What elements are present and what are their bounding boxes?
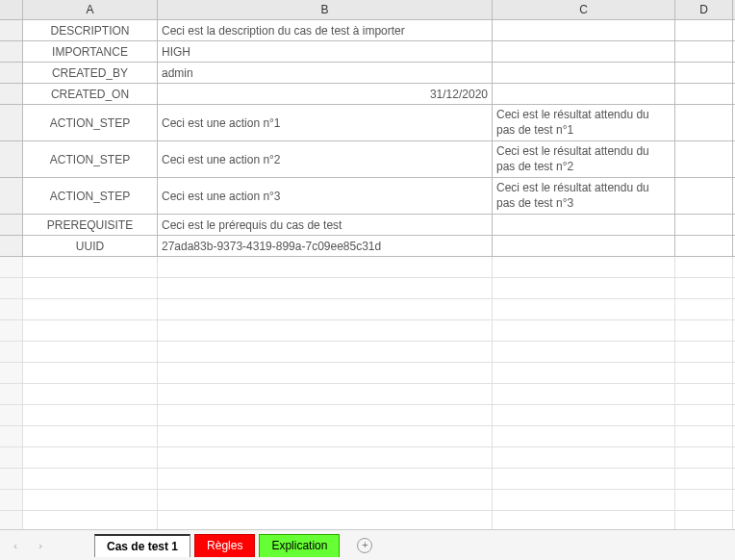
cell-a[interactable]: UUID xyxy=(23,236,158,256)
empty-cell[interactable] xyxy=(158,426,493,446)
row-header[interactable] xyxy=(0,426,23,446)
col-header-b[interactable]: B xyxy=(158,0,493,19)
row-header[interactable] xyxy=(0,490,23,510)
empty-cell[interactable] xyxy=(23,299,158,319)
empty-cell[interactable] xyxy=(493,342,675,362)
empty-cell[interactable] xyxy=(493,257,675,277)
row-header[interactable] xyxy=(0,84,23,104)
cell-d[interactable] xyxy=(675,84,733,104)
row-header[interactable] xyxy=(0,447,23,468)
row-header[interactable] xyxy=(0,63,23,83)
empty-cell[interactable] xyxy=(23,320,158,341)
empty-cell[interactable] xyxy=(23,469,158,489)
empty-cell[interactable] xyxy=(158,257,493,277)
cell-b[interactable]: Ceci est le prérequis du cas de test xyxy=(158,215,493,235)
empty-cell[interactable] xyxy=(675,299,733,319)
empty-cell[interactable] xyxy=(493,363,675,383)
empty-cell[interactable] xyxy=(158,278,493,298)
tab-nav-next-icon[interactable]: › xyxy=(31,536,50,555)
row-header[interactable] xyxy=(0,41,23,62)
empty-cell[interactable] xyxy=(493,405,675,425)
cell-c[interactable]: Ceci est le résultat attendu du pas de t… xyxy=(493,141,675,177)
cell-b[interactable]: HIGH xyxy=(158,41,493,62)
cell-d[interactable] xyxy=(675,41,733,62)
row-header[interactable] xyxy=(0,320,23,341)
empty-cell[interactable] xyxy=(158,405,493,425)
cell-b[interactable]: Ceci est une action n°1 xyxy=(158,105,493,140)
cell-c[interactable] xyxy=(493,63,675,83)
col-header-c[interactable]: C xyxy=(493,0,675,19)
empty-cell[interactable] xyxy=(675,278,733,298)
cell-c[interactable] xyxy=(493,215,675,235)
cell-d[interactable] xyxy=(675,215,733,235)
empty-cell[interactable] xyxy=(493,469,675,489)
cell-c[interactable] xyxy=(493,84,675,104)
empty-cell[interactable] xyxy=(493,384,675,404)
row-header[interactable] xyxy=(0,342,23,362)
row-header[interactable] xyxy=(0,299,23,319)
cell-c[interactable] xyxy=(493,236,675,256)
cell-d[interactable] xyxy=(675,141,733,177)
row-header[interactable] xyxy=(0,236,23,256)
cell-b[interactable]: 27ada83b-9373-4319-899a-7c09ee85c31d xyxy=(158,236,493,256)
cell-d[interactable] xyxy=(675,105,733,140)
empty-cell[interactable] xyxy=(158,469,493,489)
empty-cell[interactable] xyxy=(675,384,733,404)
cell-d[interactable] xyxy=(675,236,733,256)
empty-cell[interactable] xyxy=(158,490,493,510)
cell-a[interactable]: CREATED_BY xyxy=(23,63,158,83)
cell-a[interactable]: CREATED_ON xyxy=(23,84,158,104)
empty-cell[interactable] xyxy=(675,363,733,383)
row-header[interactable] xyxy=(0,178,23,214)
cell-d[interactable] xyxy=(675,63,733,83)
empty-cell[interactable] xyxy=(493,320,675,341)
empty-cell[interactable] xyxy=(493,447,675,468)
empty-cell[interactable] xyxy=(158,320,493,341)
row-header[interactable] xyxy=(0,105,23,140)
empty-cell[interactable] xyxy=(493,426,675,446)
corner-cell[interactable] xyxy=(0,0,23,19)
cell-c[interactable]: Ceci est le résultat attendu du pas de t… xyxy=(493,105,675,140)
cell-a[interactable]: ACTION_STEP xyxy=(23,105,158,140)
empty-cell[interactable] xyxy=(158,447,493,468)
empty-cell[interactable] xyxy=(23,511,158,531)
empty-cell[interactable] xyxy=(23,447,158,468)
empty-cell[interactable] xyxy=(493,511,675,531)
cell-a[interactable]: ACTION_STEP xyxy=(23,178,158,214)
add-sheet-button[interactable]: + xyxy=(351,534,378,557)
empty-cell[interactable] xyxy=(158,363,493,383)
empty-cell[interactable] xyxy=(675,426,733,446)
empty-cell[interactable] xyxy=(675,257,733,277)
cell-a[interactable]: PREREQUISITE xyxy=(23,215,158,235)
row-header[interactable] xyxy=(0,215,23,235)
row-header[interactable] xyxy=(0,384,23,404)
empty-cell[interactable] xyxy=(23,257,158,277)
col-header-a[interactable]: A xyxy=(23,0,158,19)
row-header[interactable] xyxy=(0,20,23,40)
empty-cell[interactable] xyxy=(23,342,158,362)
tab-nav-prev-icon[interactable]: ‹ xyxy=(6,536,25,555)
col-header-d[interactable]: D xyxy=(675,0,733,19)
sheet-tab[interactable]: Règles xyxy=(194,534,255,557)
cell-a[interactable]: ACTION_STEP xyxy=(23,141,158,177)
empty-cell[interactable] xyxy=(23,384,158,404)
cell-a[interactable]: IMPORTANCE xyxy=(23,41,158,62)
cell-b[interactable]: Ceci est une action n°3 xyxy=(158,178,493,214)
empty-cell[interactable] xyxy=(158,511,493,531)
cell-b[interactable]: Ceci est une action n°2 xyxy=(158,141,493,177)
empty-cell[interactable] xyxy=(158,299,493,319)
cell-c[interactable] xyxy=(493,20,675,40)
cell-a[interactable]: DESCRIPTION xyxy=(23,20,158,40)
cell-d[interactable] xyxy=(675,178,733,214)
empty-cell[interactable] xyxy=(675,405,733,425)
sheet-tab[interactable]: Cas de test 1 xyxy=(94,534,190,557)
cell-d[interactable] xyxy=(675,20,733,40)
cell-c[interactable]: Ceci est le résultat attendu du pas de t… xyxy=(493,178,675,214)
sheet-tab[interactable]: Explication xyxy=(259,534,340,557)
empty-cell[interactable] xyxy=(23,405,158,425)
empty-cell[interactable] xyxy=(675,490,733,510)
empty-cell[interactable] xyxy=(493,490,675,510)
row-header[interactable] xyxy=(0,469,23,489)
empty-cell[interactable] xyxy=(675,342,733,362)
empty-cell[interactable] xyxy=(675,320,733,341)
